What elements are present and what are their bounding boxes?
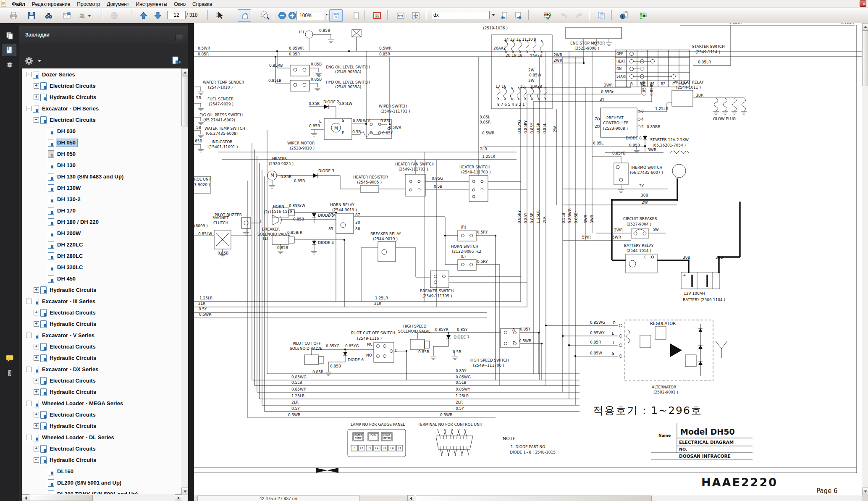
collapse-node-box[interactable]: −: [26, 299, 31, 304]
next-page-button[interactable]: [151, 9, 165, 22]
expand-node-box[interactable]: +: [34, 310, 39, 315]
redo-button[interactable]: [573, 9, 586, 22]
pattern-button[interactable]: [637, 9, 650, 22]
bookmark-item[interactable]: +Hydraulic Circuits: [22, 386, 188, 398]
expand-node-box[interactable]: +: [34, 423, 39, 429]
bookmarks-panel-button[interactable]: [3, 44, 16, 56]
find-previous-button[interactable]: [497, 9, 511, 22]
properties-button[interactable]: i: [617, 9, 631, 22]
menu-4[interactable]: Инструменты: [132, 1, 170, 8]
collapse-node-box[interactable]: −: [34, 117, 39, 123]
menu-1[interactable]: Редактирование: [29, 1, 73, 8]
bookmark-item[interactable]: −Excavator - V Series: [22, 330, 188, 341]
panel-splitter[interactable]: [188, 23, 194, 501]
bookmark-item[interactable]: +Electrical Circuits: [22, 80, 188, 92]
bookmark-item[interactable]: +Electrical Circuits: [22, 307, 188, 318]
document-vscroll-thumb[interactable]: [862, 31, 868, 86]
bookmark-item[interactable]: +Hydraulic Circuits: [22, 92, 188, 103]
bookmark-item[interactable]: DH 030: [22, 126, 188, 137]
find-next-button[interactable]: [512, 9, 525, 22]
bookmark-item[interactable]: DH 320LC: [22, 262, 188, 273]
menu-2[interactable]: Просмотр: [73, 1, 103, 8]
globe-button[interactable]: [108, 9, 121, 22]
expand-node-box[interactable]: +: [34, 321, 39, 327]
save-button[interactable]: [25, 9, 38, 22]
tree-scroll-left-button[interactable]: [22, 494, 29, 501]
menu-6[interactable]: Справка: [189, 1, 215, 8]
identity-button[interactable]: [78, 9, 92, 22]
search-caret-icon[interactable]: [492, 14, 495, 16]
expand-node-box[interactable]: +: [34, 83, 39, 89]
bookmark-item[interactable]: +Hydraulic Circuits: [22, 318, 188, 330]
print-button[interactable]: [7, 9, 20, 22]
bookmark-item[interactable]: −Wheeled Loader - DL Series: [22, 432, 188, 443]
bookmark-item[interactable]: +Electrical Circuits: [22, 443, 188, 454]
zoom-level-combo[interactable]: 100%: [296, 11, 324, 20]
expand-node-box[interactable]: +: [34, 412, 39, 417]
bookmark-item[interactable]: +Hydraulic Circuits: [22, 420, 188, 432]
menu-0[interactable]: Файл: [8, 1, 29, 8]
search-input[interactable]: [432, 11, 490, 19]
bookmark-item[interactable]: −Electrical Circuits: [22, 114, 188, 126]
expand-node-box[interactable]: +: [34, 378, 39, 383]
options-gear-icon[interactable]: [24, 56, 34, 66]
bookmark-item[interactable]: +Electrical Circuits: [22, 409, 188, 420]
hscroll-left-button[interactable]: [407, 495, 414, 501]
bookmark-item[interactable]: DH 200W: [22, 228, 188, 239]
collapse-node-box[interactable]: −: [26, 333, 31, 338]
document-vscrollbar[interactable]: [862, 23, 868, 495]
bookmark-item[interactable]: DH 180 / DH 220: [22, 216, 188, 228]
collapse-node-box[interactable]: −: [26, 367, 31, 372]
document-hscroll-thumb[interactable]: [416, 496, 652, 501]
vscroll-up-button[interactable]: [862, 23, 868, 31]
bookmark-item[interactable]: DH 450: [22, 273, 188, 284]
bookmark-item[interactable]: −Hydraulic Circuits: [22, 454, 188, 466]
bookmark-item[interactable]: DH 130-2: [22, 194, 188, 205]
expand-current-bookmark-icon[interactable]: [171, 56, 182, 66]
fit-page-button[interactable]: [409, 9, 422, 22]
copy-pages-button[interactable]: [595, 9, 608, 22]
search-binoculars-button[interactable]: [42, 9, 55, 22]
snapshot-button[interactable]: [370, 9, 384, 22]
bookmark-item[interactable]: +Hydraulic Circuits: [22, 352, 188, 364]
tree-vscrollbar[interactable]: [181, 68, 188, 501]
expand-node-box[interactable]: +: [34, 389, 39, 395]
bookmark-item[interactable]: DH 170: [22, 205, 188, 216]
vscroll-down-button[interactable]: [862, 488, 868, 495]
bookmark-item[interactable]: −Wheeled Loader - MEGA Series: [22, 398, 188, 409]
bookmark-item[interactable]: DH 130 (S/N 0483 and Up): [22, 171, 188, 182]
menu-3[interactable]: Документ: [103, 1, 132, 8]
bookmark-item[interactable]: DH 280LC: [22, 250, 188, 262]
layers-panel-button[interactable]: [3, 59, 16, 71]
collapse-node-box[interactable]: −: [26, 401, 31, 406]
expand-node-box[interactable]: +: [34, 355, 39, 361]
spellcheck-button[interactable]: ABC: [541, 9, 554, 22]
document-pane[interactable]: 0.5WR0.85WR0.5WR0.85R0.85R0.85R(L)0.85B(…: [194, 23, 862, 495]
bookmark-item[interactable]: DH 130: [22, 160, 188, 171]
zoom-marquee-button[interactable]: [259, 9, 272, 22]
tree-scroll-right-button[interactable]: [175, 494, 182, 501]
expand-node-box[interactable]: +: [34, 344, 39, 349]
bookmark-item[interactable]: −Excavator - DX Series: [22, 364, 188, 375]
actual-size-button[interactable]: 100%: [329, 9, 343, 22]
attachments-panel-button[interactable]: [3, 367, 16, 380]
hand-tool-button[interactable]: [238, 9, 251, 22]
menu-5[interactable]: Окно: [170, 1, 189, 8]
bookmark-item[interactable]: −Dozer Series: [22, 69, 188, 80]
bookmark-item[interactable]: −Excavator - III Series: [22, 296, 188, 307]
bookmark-item[interactable]: DL200 (S/N 5001 and Up): [22, 477, 188, 488]
bookmark-item-selected[interactable]: DH 050: [22, 137, 188, 148]
expand-node-box[interactable]: +: [34, 446, 39, 451]
pages-panel-button[interactable]: [3, 29, 16, 42]
collapse-node-box[interactable]: −: [26, 72, 31, 77]
bookmark-item[interactable]: DH 220LC: [22, 239, 188, 250]
close-button[interactable]: ✕: [860, 0, 866, 7]
bookmark-item[interactable]: DH 050: [22, 148, 188, 160]
page-number-input[interactable]: [167, 11, 186, 19]
collapse-node-box[interactable]: −: [26, 106, 31, 111]
tree-vscroll-thumb[interactable]: [181, 76, 188, 126]
fit-width-button[interactable]: [394, 9, 407, 22]
bookmark-item[interactable]: +Electrical Circuits: [22, 375, 188, 386]
undo-button[interactable]: [557, 9, 570, 22]
bookmark-item[interactable]: DL160: [22, 466, 188, 477]
